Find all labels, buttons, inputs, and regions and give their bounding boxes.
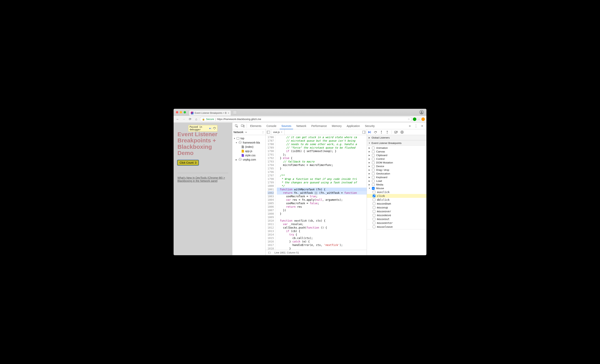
pane-header[interactable]: ▶Global Listeners: [367, 135, 426, 140]
event-category-checkbox[interactable]: [372, 161, 375, 164]
device-toolbar-icon[interactable]: [240, 123, 246, 129]
event-checkbox[interactable]: [373, 202, 375, 205]
extensions-menu-icon[interactable]: ⋯: [418, 118, 420, 120]
event-checkbox[interactable]: [373, 222, 375, 224]
event-checkbox[interactable]: [373, 198, 375, 201]
devtools-overflow-icon[interactable]: »: [407, 123, 413, 129]
event-category-load[interactable]: ▶Load: [367, 179, 426, 183]
devtools-tab-memory[interactable]: Memory: [329, 123, 344, 129]
event-category-device[interactable]: ▶Device: [367, 164, 426, 168]
overlay-resume-icon[interactable]: ▶|: [209, 127, 212, 130]
inspect-element-icon[interactable]: [234, 123, 240, 129]
devtools-tab-sources[interactable]: Sources: [279, 123, 294, 129]
step-into-icon[interactable]: [380, 130, 383, 134]
nav-back-button[interactable]: ←: [175, 117, 180, 122]
editor-tab-close-icon[interactable]: ×: [281, 131, 282, 134]
event-checkbox[interactable]: [373, 218, 375, 220]
tree-file[interactable]: style.css: [232, 153, 265, 157]
minimize-window-button[interactable]: [180, 111, 182, 113]
event-category-checkbox[interactable]: [372, 187, 375, 190]
event-mousedown[interactable]: mousedown: [367, 202, 426, 206]
event-mouseout[interactable]: mouseout: [367, 217, 426, 221]
event-mouseleave[interactable]: mouseleave: [367, 225, 426, 229]
event-checkbox[interactable]: [373, 226, 375, 228]
new-tab-button[interactable]: [233, 110, 237, 114]
event-category-checkbox[interactable]: [372, 169, 375, 171]
event-category-checkbox[interactable]: [372, 176, 375, 179]
pane-header[interactable]: ▼Event Listener Breakpoints: [367, 140, 426, 146]
step-over-icon[interactable]: [374, 130, 377, 134]
event-category-keyboard[interactable]: ▶Keyboard: [367, 175, 426, 179]
code-area[interactable]: 1786178717881789179017911792179317941795…: [266, 135, 367, 250]
devtools-close-icon[interactable]: ✕: [419, 123, 425, 129]
event-category-checkbox[interactable]: [372, 172, 375, 175]
profile-avatar-icon[interactable]: [420, 110, 424, 114]
nav-home-button[interactable]: ⌂: [194, 117, 199, 122]
tree-domain[interactable]: ▼framework-bla: [232, 140, 265, 145]
event-category-control[interactable]: ▶Control: [367, 157, 426, 161]
devtools-tab-network[interactable]: Network: [294, 123, 309, 129]
event-category-checkbox[interactable]: [372, 158, 375, 160]
event-category-animation[interactable]: ▶Animation: [367, 146, 426, 150]
toggle-navigator-icon[interactable]: [266, 131, 271, 134]
address-bar[interactable]: 🔒 Secure | ☆: [200, 117, 412, 122]
event-mouseup[interactable]: mouseup: [367, 206, 426, 209]
overlay-step-over-icon[interactable]: [213, 127, 216, 130]
event-mouseover[interactable]: mouseover: [367, 209, 426, 213]
devtools-menu-icon[interactable]: ⋮: [413, 123, 419, 129]
close-window-button[interactable]: [176, 111, 178, 113]
devtools-tab-console[interactable]: Console: [264, 123, 279, 129]
event-category-canvas[interactable]: ▶Canvas: [367, 150, 426, 153]
event-mousemove[interactable]: mousemove: [367, 213, 426, 217]
deactivate-breakpoints-icon[interactable]: [394, 130, 398, 134]
pretty-print-icon[interactable]: {}: [268, 251, 271, 254]
toggle-debugger-icon[interactable]: [361, 131, 367, 134]
navigator-menu-icon[interactable]: ⋮: [262, 131, 264, 134]
event-category-checkbox[interactable]: [372, 150, 375, 153]
browser-tab[interactable]: Event Listener Breakpoints + B ×: [189, 110, 231, 116]
event-checkbox[interactable]: [373, 206, 375, 209]
tree-file[interactable]: app.js: [232, 149, 265, 153]
event-category-geolocation[interactable]: ▶Geolocation: [367, 172, 426, 175]
tree-file[interactable]: (index): [232, 145, 265, 149]
event-category-drag-drop[interactable]: ▶Drag / drop: [367, 168, 426, 172]
event-category-checkbox[interactable]: [372, 180, 375, 182]
editor-tab[interactable]: vue.js ×: [271, 129, 284, 135]
event-checkbox[interactable]: [373, 214, 375, 217]
event-click[interactable]: click: [367, 194, 426, 198]
event-checkbox[interactable]: [373, 195, 375, 197]
event-checkbox[interactable]: [373, 210, 375, 213]
devtools-tab-application[interactable]: Application: [344, 123, 362, 129]
event-checkbox[interactable]: [373, 191, 375, 193]
resume-icon[interactable]: [368, 130, 372, 134]
extension-icon[interactable]: [413, 118, 416, 121]
event-category-checkbox[interactable]: [372, 183, 375, 186]
navigator-tab-label[interactable]: Network: [234, 131, 243, 134]
event-category-checkbox[interactable]: [372, 154, 375, 157]
event-category-mouse[interactable]: ▼Mouse: [367, 186, 426, 190]
tree-top-frame[interactable]: ▼top: [232, 136, 265, 140]
event-category-checkbox[interactable]: [372, 147, 375, 149]
event-category-checkbox[interactable]: [372, 165, 375, 168]
zoom-window-button[interactable]: [184, 111, 186, 113]
devtools-tab-elements[interactable]: Elements: [248, 123, 264, 129]
devtools-tab-security[interactable]: Security: [362, 123, 377, 129]
bookmark-star-icon[interactable]: ☆: [408, 118, 410, 120]
extension-icon[interactable]: [422, 118, 425, 121]
step-out-icon[interactable]: [385, 130, 389, 134]
devtools-tab-performance[interactable]: Performance: [309, 123, 329, 129]
event-category-clipboard[interactable]: ▶Clipboard: [367, 153, 426, 157]
event-mouseenter[interactable]: mouseenter: [367, 221, 426, 225]
event-dblclick[interactable]: dblclick: [367, 198, 426, 202]
nav-forward-button[interactable]: →: [181, 117, 186, 122]
tree-domain[interactable]: ▶unpkg.com: [232, 157, 265, 162]
nav-reload-button[interactable]: ⟳: [188, 117, 193, 122]
tab-close-icon[interactable]: ×: [228, 111, 229, 115]
navigator-overflow-icon[interactable]: »: [245, 131, 247, 134]
code-text[interactable]: // it can get stuck in a weird state whe…: [275, 135, 367, 250]
pause-on-exceptions-icon[interactable]: [400, 130, 404, 134]
event-category-dom-mutation[interactable]: ▶DOM Mutation: [367, 161, 426, 164]
event-auxclick[interactable]: auxclick: [367, 190, 426, 194]
event-category-media[interactable]: ▶Media: [367, 183, 426, 186]
url-input[interactable]: [217, 118, 410, 120]
